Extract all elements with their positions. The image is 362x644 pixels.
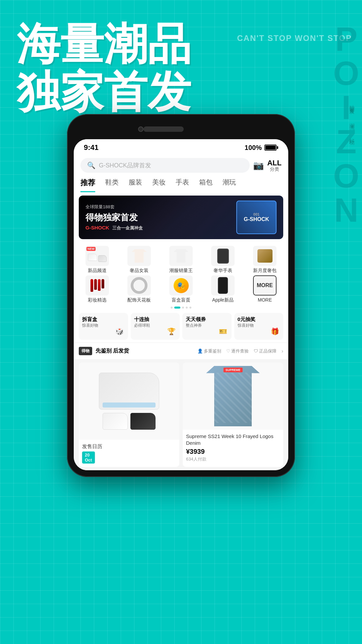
all-categories-button[interactable]: ALL 分类 <box>267 159 282 171</box>
accessories-label: 配饰天花板 <box>127 297 151 303</box>
jacket-price: ¥3939 <box>186 448 280 455</box>
cat-clothing[interactable]: 服装 <box>129 178 142 192</box>
hero-section: 海量潮品 独家首发 <box>17 20 191 116</box>
product-card-jacket[interactable]: SUPREME Supreme SS21 Week 10 Frayed Logo… <box>183 363 283 467</box>
page-dots <box>74 305 288 310</box>
banner-inner: 全球限量188套 得物独家首发 G-SHOCK 三合一金属神盒 001 G-SH… <box>79 196 283 239</box>
auth-items: 👤 多重鉴别 ♡ 逐件查验 🛡 正品保障 › <box>197 348 283 354</box>
shoe-image-area <box>79 363 179 440</box>
blind-box-icon: 🎭 <box>169 275 193 296</box>
icon-trend-clothing[interactable]: 潮服销量王 <box>161 246 201 274</box>
more-box: MORE <box>253 275 277 296</box>
icon-new-products[interactable]: NEW 新品频道 <box>77 246 117 274</box>
icon-luxury-women[interactable]: 奢品女装 <box>119 246 159 274</box>
auth-title: 先鉴别 后发货 <box>96 347 129 355</box>
luxury-watch-label: 奢华手表 <box>214 268 232 274</box>
auth-chevron-icon: › <box>282 348 283 354</box>
promo-banner[interactable]: 全球限量188套 得物独家首发 G-SHOCK 三合一金属神盒 001 G-SH… <box>79 196 283 239</box>
icon-grid-row1: NEW 新品频道 奢品女装 <box>74 243 288 275</box>
dot-3 <box>182 307 184 309</box>
promo-free-draw[interactable]: 0元抽奖 惊喜好物 🎁 <box>234 313 284 340</box>
product-card-shoes[interactable]: 发售日历 20Oct <box>79 363 179 467</box>
dot-4 <box>186 307 188 309</box>
icon-more[interactable]: MORE MORE <box>245 275 285 303</box>
icon-blind-box[interactable]: 🎭 盲盒盲蛋 <box>161 275 201 303</box>
dot-5 <box>189 307 191 309</box>
search-box[interactable]: 🔍 G-SHOCK品牌首发 <box>80 158 250 173</box>
icon-makeup[interactable]: 彩妆精选 <box>77 275 117 303</box>
phone-outer: 9:41 100% 🔍 G-SHOCK品牌首发 📷 <box>67 114 295 477</box>
phone-mockup: 9:41 100% 🔍 G-SHOCK品牌首发 📷 <box>67 114 295 477</box>
new-bag-label: 新月度奢包 <box>253 268 277 274</box>
accessories-icon <box>127 275 151 296</box>
promo-ten-draw-img: 🏆 <box>165 325 178 338</box>
cat-recommend[interactable]: 推荐 <box>80 178 95 192</box>
dot-2-active <box>174 307 180 309</box>
icon-accessories[interactable]: 配饰天花板 <box>119 275 159 303</box>
auth-item-3: 🛡 正品保障 <box>254 348 277 354</box>
luxury-women-icon <box>127 246 151 266</box>
promo-coupon-img: 🎫 <box>217 325 230 338</box>
heart-icon: ♡ <box>226 348 230 354</box>
product-grid: 发售日历 20Oct SUPREME Su <box>74 359 288 470</box>
icon-grid-row2: 彩妆精选 配饰天花板 🎭 盲盒盲蛋 <box>74 275 288 305</box>
cat-watch[interactable]: 手表 <box>176 178 189 192</box>
jacket-product-info: Supreme SS21 Week 10 Frayed Logos Denim … <box>183 430 283 466</box>
new-badge: NEW <box>86 247 96 251</box>
promo-ten-draw[interactable]: 十连抽 必得球鞋 🏆 <box>131 313 180 340</box>
promo-free-title: 0元抽奖 <box>238 316 280 323</box>
jacket-product-name: Supreme SS21 Week 10 Frayed Logos Denim <box>186 433 280 446</box>
battery-body <box>264 145 277 151</box>
speaker-grille <box>143 126 184 132</box>
bg-brand-vertical: POIZON <box>327 20 362 225</box>
auth-item-2: ♡ 逐件查验 <box>226 348 249 354</box>
banner-desc: 三合一金属神盒 <box>112 225 143 230</box>
icon-new-bag[interactable]: 新月度奢包 <box>245 246 285 274</box>
cat-bag[interactable]: 箱包 <box>199 178 213 192</box>
search-icon: 🔍 <box>87 161 96 169</box>
banner-tag: 全球限量188套 <box>85 204 236 210</box>
hero-line2: 独家首发 <box>17 67 191 116</box>
banner-image: 001 G-SHOCK <box>236 201 277 234</box>
phone-notch <box>74 121 288 138</box>
apple-icon <box>211 275 235 296</box>
hero-line1: 海量潮品 <box>17 19 191 68</box>
trend-clothing-icon <box>169 246 193 266</box>
luxury-watch-icon <box>211 246 235 266</box>
bg-brand-sub: 独家首发 × 潮流 × 好物 <box>348 101 355 137</box>
promo-ten-draw-title: 十连抽 <box>134 316 177 323</box>
cat-trend[interactable]: 潮玩 <box>223 178 236 192</box>
auth-strip[interactable]: 得物 先鉴别 后发货 👤 多重鉴别 ♡ 逐件查验 🛡 正品保障 › <box>74 342 288 359</box>
makeup-icon <box>85 275 109 296</box>
shield-icon: 🛡 <box>254 348 258 354</box>
status-right: 100% <box>245 144 278 152</box>
promo-daily-coupon[interactable]: 天天领券 整点神券 🎫 <box>182 313 232 340</box>
shoe-product-info: 发售日历 20Oct <box>79 440 179 467</box>
new-products-icon: NEW <box>85 246 109 266</box>
battery-fill <box>265 146 276 150</box>
battery-percent: 100% <box>245 144 262 152</box>
cat-beauty[interactable]: 美妆 <box>152 178 166 192</box>
jacket-image-area: SUPREME <box>183 363 283 430</box>
status-time: 9:41 <box>84 143 99 152</box>
blind-box-label: 盲盒盲蛋 <box>172 297 190 303</box>
cat-shoes[interactable]: 鞋类 <box>105 178 119 192</box>
promo-blind-box-img: 🎲 <box>113 325 126 338</box>
new-bag-icon <box>253 246 277 266</box>
banner-brand: G-SHOCK <box>85 225 109 230</box>
release-date-badge: 20Oct <box>82 451 95 464</box>
camera-button[interactable]: 📷 <box>253 160 264 171</box>
promo-blind-box-title: 拆盲盒 <box>82 316 125 323</box>
promo-blind-box[interactable]: 拆盲盒 惊喜好物 🎲 <box>79 313 128 340</box>
dot-1 <box>171 307 173 309</box>
more-label: MORE <box>258 297 272 303</box>
dewo-logo: 得物 <box>79 347 92 355</box>
icon-apple[interactable]: Apple新品 <box>203 275 243 303</box>
jacket-sold: 634人付款 <box>186 456 280 462</box>
gshock-box: 001 G-SHOCK <box>236 201 277 234</box>
camera-cutout <box>138 126 143 132</box>
all-label: ALL <box>267 159 282 167</box>
phone-screen: 9:41 100% 🔍 G-SHOCK品牌首发 📷 <box>74 139 288 470</box>
fen-lei-label: 分类 <box>270 167 279 171</box>
icon-luxury-watch[interactable]: 奢华手表 <box>203 246 243 274</box>
